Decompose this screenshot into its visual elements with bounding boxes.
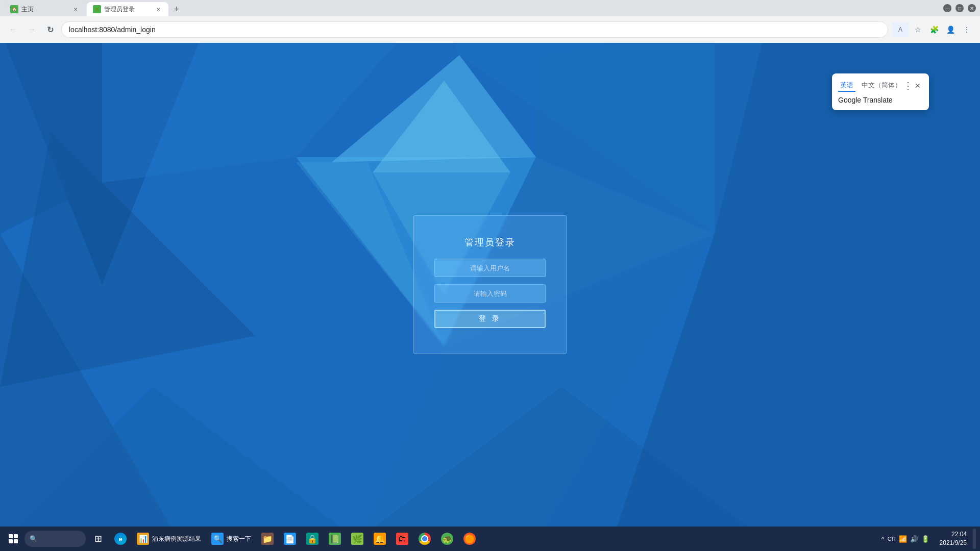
taskbar-app-epidemics-label: 浦东病例溯源结果 xyxy=(152,535,201,543)
maximize-button[interactable]: □ xyxy=(955,4,964,12)
forward-button[interactable]: → xyxy=(24,22,39,37)
system-tray: ^ CH 📶 🔊 🔋 xyxy=(877,535,934,543)
more-menu-icon[interactable]: ⋮ xyxy=(960,22,974,37)
taskbar-app-9[interactable]: 🗂 xyxy=(392,529,412,549)
window-controls: — □ ✕ xyxy=(943,4,976,12)
login-button[interactable]: 登 录 xyxy=(434,310,546,328)
translate-tab-chinese[interactable]: 中文（简体） xyxy=(860,80,903,92)
taskbar-app-8[interactable]: 🔔 xyxy=(370,529,390,549)
tab-2-close[interactable]: ✕ xyxy=(154,5,162,13)
search-icon: 🔍 xyxy=(30,535,37,542)
tab-2-favicon: 🌿 xyxy=(93,5,101,13)
extensions-icon[interactable]: 🧩 xyxy=(927,22,941,37)
taskbar-app-search-label: 搜索一下 xyxy=(227,535,251,543)
translate-icon[interactable]: A xyxy=(892,22,909,37)
profile-icon[interactable]: 👤 xyxy=(943,22,958,37)
tray-battery-icon[interactable]: 🔋 xyxy=(921,535,929,543)
taskbar-app-7[interactable]: 🌿 xyxy=(347,529,368,549)
translate-close-button[interactable]: ✕ xyxy=(913,81,923,91)
taskbar-edge[interactable]: e xyxy=(110,529,131,549)
taskbar-app-3[interactable]: 📁 xyxy=(257,529,278,549)
back-button[interactable]: ← xyxy=(6,22,20,37)
login-title: 管理员登录 xyxy=(464,236,516,248)
tab-2-label: 管理员登录 xyxy=(104,5,135,14)
browser-frame: 🏠 主页 ✕ 🌿 管理员登录 ✕ + — □ ✕ xyxy=(0,0,980,551)
translate-tab-english[interactable]: 英语 xyxy=(838,80,855,92)
tray-volume-icon[interactable]: 🔊 xyxy=(910,535,918,543)
edge-icon: e xyxy=(114,533,127,545)
taskbar-app-5[interactable]: 🔒 xyxy=(302,529,323,549)
close-button[interactable]: ✕ xyxy=(968,4,976,12)
reload-button[interactable]: ↻ xyxy=(43,22,57,37)
taskbar-app-epidemics[interactable]: 📊 浦东病例溯源结果 xyxy=(133,529,205,549)
translate-brand-label: Google Translate xyxy=(838,96,923,104)
toolbar: ← → ↻ localhost:8080/admin_login A ☆ 🧩 👤… xyxy=(0,16,980,43)
toolbar-icons: A ☆ 🧩 👤 ⋮ xyxy=(892,22,974,37)
taskbar-app-11[interactable]: 🐢 xyxy=(437,529,457,549)
tray-chevron-icon[interactable]: ^ xyxy=(881,535,885,543)
taskbar-search[interactable]: 🔍 xyxy=(24,531,86,547)
tab-1-favicon: 🏠 xyxy=(10,5,18,13)
username-input[interactable] xyxy=(434,259,546,277)
translate-popup: 英语 中文（简体） ⋮ ✕ Google Translate xyxy=(832,73,929,110)
password-input[interactable] xyxy=(434,284,546,303)
tab-1-close[interactable]: ✕ xyxy=(71,5,80,13)
clock-date: 2021/9/25 xyxy=(940,539,967,547)
address-text: localhost:8080/admin_login xyxy=(69,26,156,34)
clock-time: 22:04 xyxy=(940,530,967,539)
tab-bar: 🏠 主页 ✕ 🌿 管理员登录 ✕ + xyxy=(4,0,184,16)
show-desktop-button[interactable] xyxy=(973,529,976,549)
task-view-icon: ⊞ xyxy=(94,533,102,544)
taskbar: 🔍 ⊞ e 📊 浦东病例溯源结果 🔍 搜索一下 📁 📄 🔒 xyxy=(0,527,980,551)
bookmark-star-icon[interactable]: ☆ xyxy=(911,22,925,37)
taskbar-app-search-icon: 🔍 xyxy=(211,533,224,545)
system-clock[interactable]: 22:04 2021/9/25 xyxy=(936,530,971,547)
tray-network-icon[interactable]: 📶 xyxy=(899,535,907,543)
tab-1-label: 主页 xyxy=(21,5,34,14)
taskbar-app-4[interactable]: 📄 xyxy=(280,529,300,549)
login-card: 管理员登录 登 录 xyxy=(413,215,567,354)
chrome-icon xyxy=(419,533,431,545)
task-view-button[interactable]: ⊞ xyxy=(88,529,108,549)
translate-header: 英语 中文（简体） ⋮ ✕ xyxy=(838,80,923,92)
page-background: 管理员登录 登 录 英语 中文（简体） ⋮ ✕ Google Translate xyxy=(0,43,980,527)
taskbar-right: ^ CH 📶 🔊 🔋 22:04 2021/9/25 xyxy=(877,529,976,549)
taskbar-app-epidemics-icon: 📊 xyxy=(137,533,149,545)
translate-tabs: 英语 中文（简体） xyxy=(838,80,903,92)
tab-1[interactable]: 🏠 主页 ✕ xyxy=(4,2,86,16)
tab-2[interactable]: 🌿 管理员登录 ✕ xyxy=(87,2,168,16)
title-bar: 🏠 主页 ✕ 🌿 管理员登录 ✕ + — □ ✕ xyxy=(0,0,980,16)
taskbar-app-6[interactable]: 📗 xyxy=(325,529,345,549)
tray-lang-icon[interactable]: CH xyxy=(888,536,896,542)
translate-more-icon[interactable]: ⋮ xyxy=(903,80,913,91)
taskbar-app-12[interactable]: 🟠 xyxy=(459,529,480,549)
minimize-button[interactable]: — xyxy=(943,4,951,12)
taskbar-app-search[interactable]: 🔍 搜索一下 xyxy=(207,529,255,549)
windows-logo-icon xyxy=(9,534,18,543)
new-tab-button[interactable]: + xyxy=(169,2,184,16)
address-bar[interactable]: localhost:8080/admin_login xyxy=(61,21,888,38)
taskbar-chrome[interactable] xyxy=(414,529,435,549)
start-button[interactable] xyxy=(4,530,22,548)
browser-content: 管理员登录 登 录 英语 中文（简体） ⋮ ✕ Google Translate xyxy=(0,43,980,527)
